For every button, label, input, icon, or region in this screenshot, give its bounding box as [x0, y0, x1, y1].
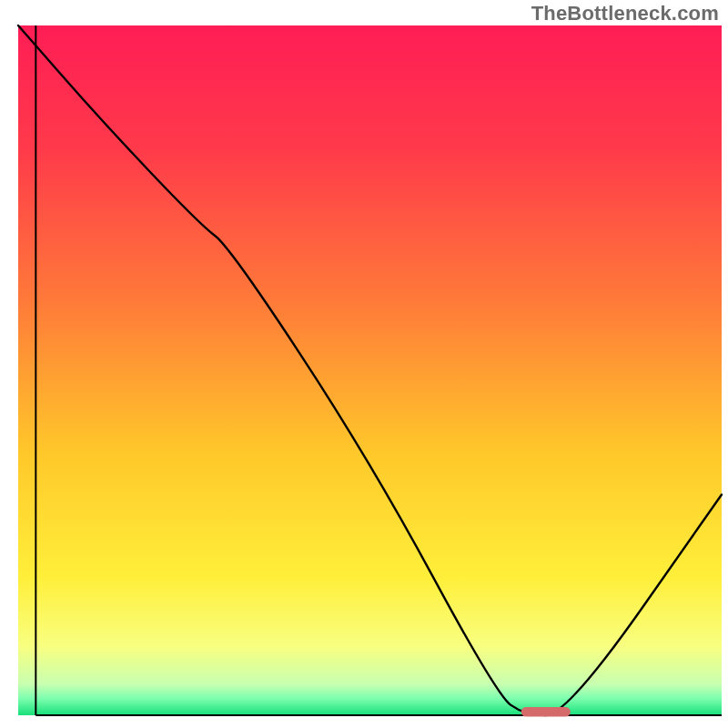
bottleneck-chart [0, 0, 728, 728]
plot-background [18, 25, 722, 715]
chart-stage: TheBottleneck.com [0, 0, 728, 728]
optimal-marker [521, 707, 571, 717]
watermark-label: TheBottleneck.com [531, 2, 719, 25]
